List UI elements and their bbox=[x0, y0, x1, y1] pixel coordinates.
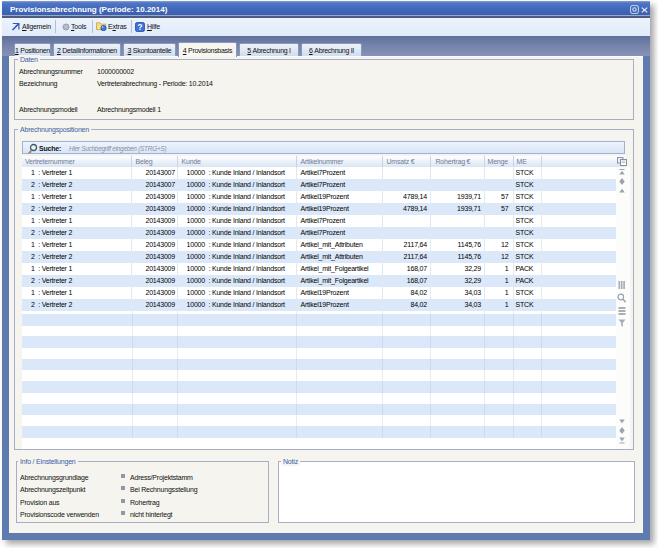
svg-text:?: ? bbox=[138, 22, 143, 31]
